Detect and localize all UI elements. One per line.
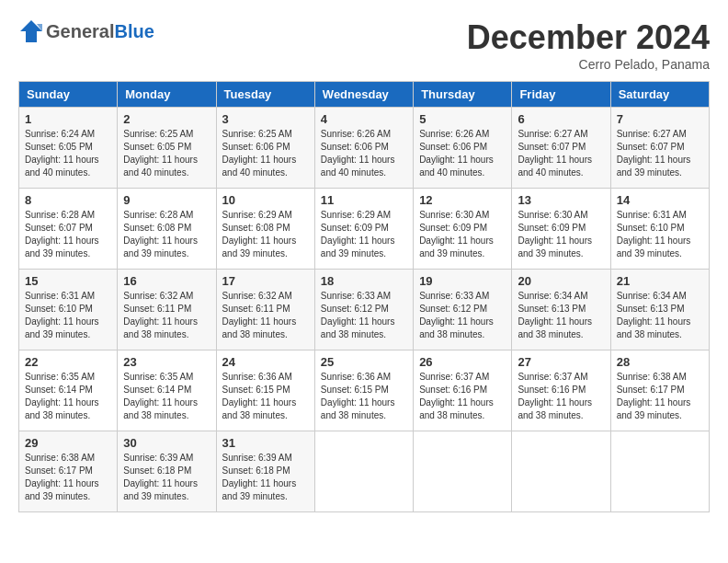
day-number: 23 bbox=[123, 355, 210, 369]
calendar-cell: 17Sunrise: 6:32 AM Sunset: 6:11 PM Dayli… bbox=[216, 270, 314, 350]
cell-info: Sunrise: 6:36 AM Sunset: 6:15 PM Dayligh… bbox=[321, 371, 407, 422]
calendar-week-1: 1Sunrise: 6:24 AM Sunset: 6:05 PM Daylig… bbox=[19, 108, 710, 189]
logo: General Blue bbox=[18, 18, 154, 44]
weekday-header-sunday: Sunday bbox=[19, 82, 118, 108]
page-header: General Blue December 2024 Cerro Pelado,… bbox=[18, 18, 710, 72]
day-number: 5 bbox=[419, 112, 506, 126]
calendar-cell: 19Sunrise: 6:33 AM Sunset: 6:12 PM Dayli… bbox=[414, 270, 512, 350]
calendar-cell: 11Sunrise: 6:29 AM Sunset: 6:09 PM Dayli… bbox=[314, 189, 413, 270]
cell-info: Sunrise: 6:29 AM Sunset: 6:08 PM Dayligh… bbox=[222, 209, 309, 260]
day-number: 16 bbox=[123, 274, 210, 288]
logo-blue-text: Blue bbox=[114, 21, 154, 42]
calendar-cell: 14Sunrise: 6:31 AM Sunset: 6:10 PM Dayli… bbox=[610, 189, 709, 270]
day-number: 20 bbox=[518, 274, 604, 288]
calendar-cell: 27Sunrise: 6:37 AM Sunset: 6:16 PM Dayli… bbox=[512, 350, 610, 431]
calendar-cell: 18Sunrise: 6:33 AM Sunset: 6:12 PM Dayli… bbox=[314, 270, 413, 350]
calendar-cell: 8Sunrise: 6:28 AM Sunset: 6:07 PM Daylig… bbox=[19, 189, 118, 270]
weekday-header-thursday: Thursday bbox=[414, 82, 512, 108]
day-number: 13 bbox=[518, 193, 604, 207]
cell-info: Sunrise: 6:34 AM Sunset: 6:13 PM Dayligh… bbox=[518, 290, 604, 341]
calendar-cell: 16Sunrise: 6:32 AM Sunset: 6:11 PM Dayli… bbox=[118, 270, 216, 350]
cell-info: Sunrise: 6:34 AM Sunset: 6:13 PM Dayligh… bbox=[617, 290, 703, 341]
day-number: 9 bbox=[123, 193, 210, 207]
day-number: 7 bbox=[617, 112, 703, 126]
calendar-cell: 29Sunrise: 6:38 AM Sunset: 6:17 PM Dayli… bbox=[19, 431, 118, 512]
cell-info: Sunrise: 6:26 AM Sunset: 6:06 PM Dayligh… bbox=[321, 128, 407, 179]
day-number: 10 bbox=[222, 193, 309, 207]
calendar-cell: 9Sunrise: 6:28 AM Sunset: 6:08 PM Daylig… bbox=[118, 189, 216, 270]
weekday-header-friday: Friday bbox=[512, 82, 610, 108]
cell-info: Sunrise: 6:37 AM Sunset: 6:16 PM Dayligh… bbox=[419, 371, 506, 422]
calendar-cell: 13Sunrise: 6:30 AM Sunset: 6:09 PM Dayli… bbox=[512, 189, 610, 270]
weekday-header-saturday: Saturday bbox=[610, 82, 709, 108]
cell-info: Sunrise: 6:26 AM Sunset: 6:06 PM Dayligh… bbox=[419, 128, 506, 179]
calendar-cell: 1Sunrise: 6:24 AM Sunset: 6:05 PM Daylig… bbox=[19, 108, 118, 189]
cell-info: Sunrise: 6:39 AM Sunset: 6:18 PM Dayligh… bbox=[123, 452, 210, 503]
cell-info: Sunrise: 6:31 AM Sunset: 6:10 PM Dayligh… bbox=[25, 290, 111, 341]
cell-info: Sunrise: 6:24 AM Sunset: 6:05 PM Dayligh… bbox=[25, 128, 111, 179]
calendar-cell: 4Sunrise: 6:26 AM Sunset: 6:06 PM Daylig… bbox=[314, 108, 413, 189]
day-number: 19 bbox=[419, 274, 506, 288]
day-number: 22 bbox=[25, 355, 111, 369]
day-number: 4 bbox=[321, 112, 407, 126]
calendar-week-5: 29Sunrise: 6:38 AM Sunset: 6:17 PM Dayli… bbox=[19, 431, 710, 512]
calendar-cell: 3Sunrise: 6:25 AM Sunset: 6:06 PM Daylig… bbox=[216, 108, 314, 189]
month-title: December 2024 bbox=[467, 18, 710, 57]
calendar-cell: 24Sunrise: 6:36 AM Sunset: 6:15 PM Dayli… bbox=[216, 350, 314, 431]
calendar-cell: 26Sunrise: 6:37 AM Sunset: 6:16 PM Dayli… bbox=[414, 350, 512, 431]
calendar-cell: 12Sunrise: 6:30 AM Sunset: 6:09 PM Dayli… bbox=[414, 189, 512, 270]
calendar-body: 1Sunrise: 6:24 AM Sunset: 6:05 PM Daylig… bbox=[19, 108, 710, 512]
day-number: 28 bbox=[617, 355, 703, 369]
day-number: 31 bbox=[222, 436, 309, 450]
calendar-cell bbox=[314, 431, 413, 512]
calendar-cell: 30Sunrise: 6:39 AM Sunset: 6:18 PM Dayli… bbox=[118, 431, 216, 512]
day-number: 27 bbox=[518, 355, 604, 369]
day-number: 8 bbox=[25, 193, 111, 207]
calendar-cell: 10Sunrise: 6:29 AM Sunset: 6:08 PM Dayli… bbox=[216, 189, 314, 270]
svg-marker-0 bbox=[20, 20, 42, 42]
cell-info: Sunrise: 6:38 AM Sunset: 6:17 PM Dayligh… bbox=[617, 371, 703, 422]
day-number: 26 bbox=[419, 355, 506, 369]
calendar-cell bbox=[414, 431, 512, 512]
cell-info: Sunrise: 6:33 AM Sunset: 6:12 PM Dayligh… bbox=[419, 290, 506, 341]
day-number: 6 bbox=[518, 112, 604, 126]
cell-info: Sunrise: 6:38 AM Sunset: 6:17 PM Dayligh… bbox=[25, 452, 111, 503]
calendar-cell: 23Sunrise: 6:35 AM Sunset: 6:14 PM Dayli… bbox=[118, 350, 216, 431]
calendar-cell: 22Sunrise: 6:35 AM Sunset: 6:14 PM Dayli… bbox=[19, 350, 118, 431]
day-number: 24 bbox=[222, 355, 309, 369]
day-number: 11 bbox=[321, 193, 407, 207]
cell-info: Sunrise: 6:35 AM Sunset: 6:14 PM Dayligh… bbox=[25, 371, 111, 422]
logo-icon bbox=[18, 18, 44, 44]
logo-general-text: General bbox=[46, 21, 114, 42]
day-number: 25 bbox=[321, 355, 407, 369]
weekday-header-wednesday: Wednesday bbox=[314, 82, 413, 108]
title-area: December 2024 Cerro Pelado, Panama bbox=[467, 18, 710, 72]
cell-info: Sunrise: 6:37 AM Sunset: 6:16 PM Dayligh… bbox=[518, 371, 604, 422]
calendar-cell: 15Sunrise: 6:31 AM Sunset: 6:10 PM Dayli… bbox=[19, 270, 118, 350]
calendar-week-2: 8Sunrise: 6:28 AM Sunset: 6:07 PM Daylig… bbox=[19, 189, 710, 270]
cell-info: Sunrise: 6:28 AM Sunset: 6:07 PM Dayligh… bbox=[25, 209, 111, 260]
calendar-cell: 28Sunrise: 6:38 AM Sunset: 6:17 PM Dayli… bbox=[610, 350, 709, 431]
day-number: 29 bbox=[25, 436, 111, 450]
cell-info: Sunrise: 6:33 AM Sunset: 6:12 PM Dayligh… bbox=[321, 290, 407, 341]
cell-info: Sunrise: 6:28 AM Sunset: 6:08 PM Dayligh… bbox=[123, 209, 210, 260]
day-number: 17 bbox=[222, 274, 309, 288]
calendar-cell: 25Sunrise: 6:36 AM Sunset: 6:15 PM Dayli… bbox=[314, 350, 413, 431]
calendar-cell: 5Sunrise: 6:26 AM Sunset: 6:06 PM Daylig… bbox=[414, 108, 512, 189]
weekday-header-row: SundayMondayTuesdayWednesdayThursdayFrid… bbox=[19, 82, 710, 108]
day-number: 1 bbox=[25, 112, 111, 126]
day-number: 21 bbox=[617, 274, 703, 288]
location-text: Cerro Pelado, Panama bbox=[467, 57, 710, 72]
cell-info: Sunrise: 6:30 AM Sunset: 6:09 PM Dayligh… bbox=[419, 209, 506, 260]
cell-info: Sunrise: 6:25 AM Sunset: 6:06 PM Dayligh… bbox=[222, 128, 309, 179]
cell-info: Sunrise: 6:32 AM Sunset: 6:11 PM Dayligh… bbox=[222, 290, 309, 341]
day-number: 14 bbox=[617, 193, 703, 207]
calendar-cell: 7Sunrise: 6:27 AM Sunset: 6:07 PM Daylig… bbox=[610, 108, 709, 189]
day-number: 3 bbox=[222, 112, 309, 126]
cell-info: Sunrise: 6:32 AM Sunset: 6:11 PM Dayligh… bbox=[123, 290, 210, 341]
cell-info: Sunrise: 6:27 AM Sunset: 6:07 PM Dayligh… bbox=[518, 128, 604, 179]
calendar-cell: 21Sunrise: 6:34 AM Sunset: 6:13 PM Dayli… bbox=[610, 270, 709, 350]
calendar-cell: 20Sunrise: 6:34 AM Sunset: 6:13 PM Dayli… bbox=[512, 270, 610, 350]
calendar-cell: 31Sunrise: 6:39 AM Sunset: 6:18 PM Dayli… bbox=[216, 431, 314, 512]
cell-info: Sunrise: 6:31 AM Sunset: 6:10 PM Dayligh… bbox=[617, 209, 703, 260]
